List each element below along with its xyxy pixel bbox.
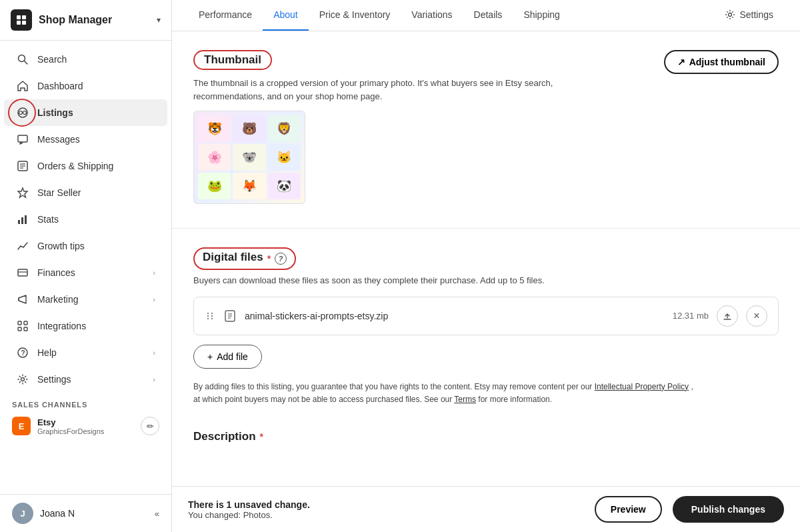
digital-files-section: Digital files * ? Buyers can download th… [193, 247, 779, 406]
tab-settings-label: Settings [739, 9, 773, 20]
etsy-channel[interactable]: E Etsy GraphicsForDesigns ✏ [0, 411, 171, 441]
svg-rect-3 [22, 21, 26, 25]
svg-point-33 [207, 317, 209, 319]
main-content: Performance About Price & Inventory Vari… [172, 0, 800, 532]
sticker-3: 🦁 [268, 115, 301, 142]
user-avatar: J [12, 503, 33, 524]
file-size: 12.31 mb [673, 311, 709, 321]
sidebar-item-messages[interactable]: Messages [4, 126, 167, 153]
shop-manager-title: Shop Manager [39, 14, 150, 26]
svg-rect-15 [18, 220, 20, 224]
help-tooltip-icon[interactable]: ? [275, 253, 287, 265]
tab-price-inventory[interactable]: Price & Inventory [309, 0, 401, 31]
thumbnail-section: Thumbnail The thumbnail is a cropped ver… [193, 50, 779, 204]
svg-point-32 [211, 315, 213, 316]
avatar-letter: J [20, 509, 25, 519]
sidebar-item-listings[interactable]: Listings [4, 99, 167, 126]
svg-marker-14 [18, 188, 27, 197]
sidebar-item-star-seller[interactable]: Star Seller [4, 179, 167, 206]
bottom-bar: There is 1 unsaved change. You changed: … [172, 486, 800, 532]
shop-manager-header[interactable]: Shop Manager ▾ [0, 0, 171, 41]
sidebar-item-stats[interactable]: Stats [4, 206, 167, 233]
sidebar-item-dashboard[interactable]: Dashboard [4, 73, 167, 99]
description-title: Description [193, 430, 256, 443]
sticker-9: 🐼 [268, 173, 301, 199]
sidebar-item-label-orders: Orders & Shipping [37, 161, 155, 171]
svg-rect-17 [25, 215, 27, 224]
listings-icon [16, 106, 29, 119]
file-upload-button[interactable] [717, 305, 738, 327]
tab-settings[interactable]: Settings [714, 0, 784, 31]
unsaved-text: There is 1 unsaved change. You changed: … [188, 499, 584, 520]
home-icon [16, 79, 29, 93]
unsaved-sub-text: You changed: Photos. [188, 510, 584, 520]
sidebar-collapse-icon[interactable]: « [155, 509, 159, 519]
sidebar-item-label-marketing: Marketing [37, 294, 145, 305]
etsy-shop-name: GraphicsForDesigns [37, 427, 134, 435]
thumbnail-title: Thumbnail [193, 50, 272, 70]
sidebar-item-finances[interactable]: Finances › [4, 259, 167, 286]
sidebar-item-integrations[interactable]: Integrations [4, 313, 167, 339]
help-icon: ? [16, 346, 29, 359]
preview-button[interactable]: Preview [595, 496, 662, 523]
etsy-badge: E [12, 417, 31, 435]
sidebar-item-label-integrations: Integrations [37, 321, 155, 331]
marketing-icon [16, 293, 29, 306]
section-divider-1 [172, 228, 800, 229]
tab-performance[interactable]: Performance [188, 0, 263, 31]
help-chevron-icon: › [153, 349, 155, 357]
svg-point-34 [211, 317, 213, 319]
plus-icon: + [207, 351, 213, 362]
svg-rect-0 [17, 15, 21, 19]
growth-icon [16, 239, 29, 253]
description-section: Description * [193, 430, 779, 443]
adjust-thumbnail-button[interactable]: ↗ Adjust thumbnail [664, 50, 779, 74]
adjust-icon: ↗ [677, 57, 685, 67]
tab-about[interactable]: About [263, 0, 309, 31]
sticker-7: 🐸 [198, 173, 231, 199]
etsy-name: Etsy [37, 417, 134, 427]
sidebar-nav: Search Dashboard Listings Messages [0, 41, 171, 494]
tab-shipping[interactable]: Shipping [513, 0, 571, 31]
sidebar-item-orders-shipping[interactable]: Orders & Shipping [4, 153, 167, 179]
etsy-edit-button[interactable]: ✏ [141, 417, 159, 435]
sidebar-item-label-listings: Listings [37, 107, 155, 118]
sidebar-item-label-search: Search [37, 54, 155, 65]
sidebar-item-settings[interactable]: Settings › [4, 366, 167, 393]
svg-rect-1 [22, 15, 26, 19]
settings-icon [16, 373, 29, 386]
digital-files-title-row: Digital files * ? [193, 247, 779, 270]
integrations-icon [16, 319, 29, 333]
svg-rect-18 [18, 269, 27, 276]
sidebar-item-label-stats: Stats [37, 214, 155, 225]
sidebar-footer: J Joana N « [0, 494, 171, 532]
sticker-5: 🐨 [233, 144, 265, 171]
sidebar-item-growth-tips[interactable]: Growth tips [4, 233, 167, 259]
tab-details[interactable]: Details [463, 0, 513, 31]
sidebar-item-help[interactable]: ? Help › [4, 339, 167, 366]
sidebar-item-search[interactable]: Search [4, 46, 167, 73]
description-required: * [260, 431, 263, 442]
add-file-label: Add file [217, 351, 248, 362]
digital-files-title: Digital files [203, 251, 263, 264]
sidebar-item-marketing[interactable]: Marketing › [4, 286, 167, 313]
publish-button[interactable]: Publish changes [673, 496, 784, 523]
sidebar-item-label-messages: Messages [37, 134, 155, 145]
file-remove-button[interactable]: × [746, 305, 767, 327]
svg-rect-16 [21, 217, 23, 224]
drag-handle-icon[interactable] [205, 311, 215, 321]
file-doc-icon [223, 309, 237, 323]
thumbnail-header: Thumbnail The thumbnail is a cropped ver… [193, 50, 779, 103]
add-file-button[interactable]: + Add file [193, 345, 262, 369]
ip-policy-link[interactable]: Intellectual Property Policy [595, 382, 689, 391]
finances-chevron-icon: › [153, 269, 155, 277]
marketing-chevron-icon: › [153, 295, 155, 303]
tab-variations[interactable]: Variations [401, 0, 463, 31]
terms-link[interactable]: Terms [454, 395, 476, 404]
unsaved-main-text: There is 1 unsaved change. [188, 499, 584, 510]
file-name: animal-stickers-ai-prompts-etsy.zip [245, 311, 658, 321]
tabs-bar: Performance About Price & Inventory Vari… [172, 0, 800, 31]
sidebar-item-label-dashboard: Dashboard [37, 81, 155, 91]
svg-point-29 [207, 312, 209, 313]
svg-text:?: ? [21, 349, 25, 357]
